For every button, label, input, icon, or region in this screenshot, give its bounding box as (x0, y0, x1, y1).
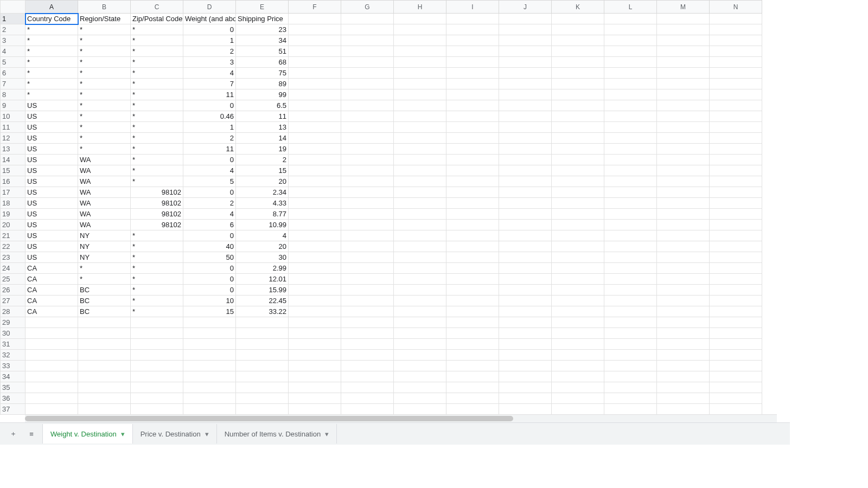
cell-H4[interactable] (394, 46, 446, 57)
cell-A19[interactable]: US (25, 209, 78, 220)
cell-A2[interactable]: * (25, 24, 78, 35)
cell-G7[interactable] (341, 79, 394, 89)
cell-N20[interactable] (710, 220, 762, 230)
row-header-22[interactable]: 22 (1, 241, 25, 252)
cell-M31[interactable] (657, 339, 710, 350)
cell-G14[interactable] (341, 155, 394, 165)
cell-E9[interactable]: 6.5 (236, 100, 289, 111)
cell-L20[interactable] (604, 220, 657, 230)
cell-F21[interactable] (289, 230, 341, 241)
cell-J34[interactable] (499, 371, 552, 382)
chevron-down-icon[interactable]: ▾ (121, 430, 125, 438)
cell-E22[interactable]: 20 (236, 241, 289, 252)
cell-E1[interactable]: Shipping Price (236, 14, 289, 24)
cell-C21[interactable]: * (131, 230, 183, 241)
cell-L29[interactable] (604, 317, 657, 328)
cell-F7[interactable] (289, 79, 341, 89)
cell-C10[interactable]: * (131, 111, 183, 122)
cell-D4[interactable]: 2 (183, 46, 236, 57)
cell-J11[interactable] (499, 122, 552, 133)
cell-A10[interactable]: US (25, 111, 78, 122)
cell-K13[interactable] (552, 144, 604, 155)
cell-M36[interactable] (657, 393, 710, 404)
cell-G13[interactable] (341, 144, 394, 155)
cell-H10[interactable] (394, 111, 446, 122)
row-header-17[interactable]: 17 (1, 187, 25, 198)
cell-M37[interactable] (657, 404, 710, 415)
cell-H19[interactable] (394, 209, 446, 220)
cell-J3[interactable] (499, 35, 552, 46)
cell-E34[interactable] (236, 371, 289, 382)
cell-M13[interactable] (657, 144, 710, 155)
cell-I15[interactable] (446, 165, 499, 176)
cell-A14[interactable]: US (25, 155, 78, 165)
cell-G1[interactable] (341, 14, 394, 24)
row-header-32[interactable]: 32 (1, 350, 25, 361)
cell-J8[interactable] (499, 89, 552, 100)
cell-D36[interactable] (183, 393, 236, 404)
cell-N30[interactable] (710, 328, 762, 339)
cell-K10[interactable] (552, 111, 604, 122)
cell-I29[interactable] (446, 317, 499, 328)
select-all-corner[interactable] (1, 1, 25, 14)
cell-E12[interactable]: 14 (236, 133, 289, 144)
column-header-C[interactable]: C (131, 1, 183, 14)
cell-B13[interactable]: * (78, 144, 131, 155)
cell-B25[interactable]: * (78, 274, 131, 285)
row-header-9[interactable]: 9 (1, 100, 25, 111)
cell-I33[interactable] (446, 361, 499, 371)
cell-G6[interactable] (341, 68, 394, 79)
cell-E23[interactable]: 30 (236, 252, 289, 263)
cell-F26[interactable] (289, 285, 341, 296)
cell-A3[interactable]: * (25, 35, 78, 46)
row-header-2[interactable]: 2 (1, 24, 25, 35)
cell-C35[interactable] (131, 382, 183, 393)
cell-J13[interactable] (499, 144, 552, 155)
cell-N36[interactable] (710, 393, 762, 404)
cell-A5[interactable]: * (25, 57, 78, 68)
cell-M9[interactable] (657, 100, 710, 111)
cell-K16[interactable] (552, 176, 604, 187)
cell-F27[interactable] (289, 296, 341, 306)
cell-J32[interactable] (499, 350, 552, 361)
cell-D16[interactable]: 5 (183, 176, 236, 187)
cell-F20[interactable] (289, 220, 341, 230)
cell-E17[interactable]: 2.34 (236, 187, 289, 198)
cell-G20[interactable] (341, 220, 394, 230)
cell-A12[interactable]: US (25, 133, 78, 144)
cell-J36[interactable] (499, 393, 552, 404)
cell-K23[interactable] (552, 252, 604, 263)
cell-M23[interactable] (657, 252, 710, 263)
cell-I1[interactable] (446, 14, 499, 24)
cell-H13[interactable] (394, 144, 446, 155)
cell-M10[interactable] (657, 111, 710, 122)
cell-I18[interactable] (446, 198, 499, 209)
cell-L1[interactable] (604, 14, 657, 24)
cell-M32[interactable] (657, 350, 710, 361)
cell-H7[interactable] (394, 79, 446, 89)
cell-M29[interactable] (657, 317, 710, 328)
cell-F16[interactable] (289, 176, 341, 187)
cell-F1[interactable] (289, 14, 341, 24)
cell-C26[interactable]: * (131, 285, 183, 296)
cell-C31[interactable] (131, 339, 183, 350)
cell-C2[interactable]: * (131, 24, 183, 35)
cell-I6[interactable] (446, 68, 499, 79)
cell-D9[interactable]: 0 (183, 100, 236, 111)
cell-G37[interactable] (341, 404, 394, 415)
cell-I25[interactable] (446, 274, 499, 285)
cell-I8[interactable] (446, 89, 499, 100)
cell-B32[interactable] (78, 350, 131, 361)
row-header-35[interactable]: 35 (1, 382, 25, 393)
cell-M16[interactable] (657, 176, 710, 187)
cell-B18[interactable]: WA (78, 198, 131, 209)
chevron-down-icon[interactable]: ▾ (205, 430, 209, 438)
cell-F25[interactable] (289, 274, 341, 285)
cell-G10[interactable] (341, 111, 394, 122)
cell-B31[interactable] (78, 339, 131, 350)
cell-K31[interactable] (552, 339, 604, 350)
column-header-B[interactable]: B (78, 1, 131, 14)
cell-K32[interactable] (552, 350, 604, 361)
cell-E30[interactable] (236, 328, 289, 339)
cell-J9[interactable] (499, 100, 552, 111)
